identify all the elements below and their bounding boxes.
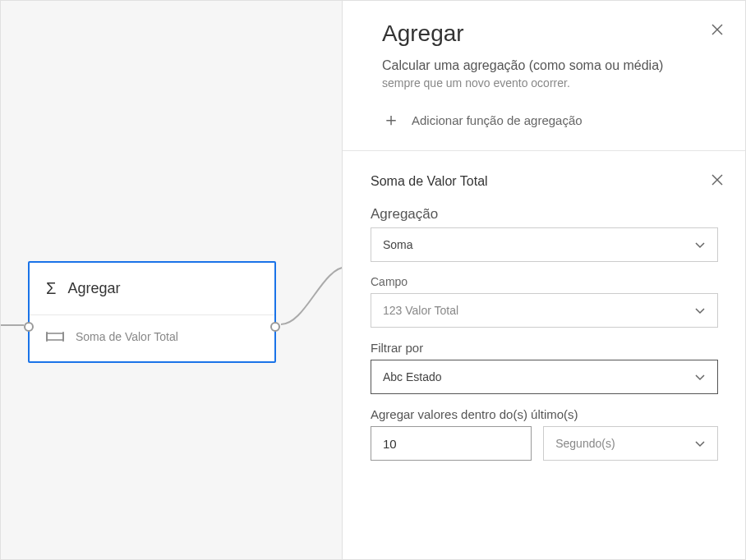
chevron-down-icon <box>694 239 706 250</box>
properties-panel: Agregar Calcular uma agregação (como som… <box>342 1 746 559</box>
node-port-input[interactable] <box>24 322 34 332</box>
aggregation-section-title: Soma de Valor Total <box>371 174 488 189</box>
chevron-down-icon <box>694 438 706 449</box>
chevron-down-icon <box>694 371 706 383</box>
panel-subdescription: sempre que um novo evento ocorrer. <box>343 75 746 90</box>
canvas-area: Σ Agregar Soma de Valor Total <box>1 1 342 559</box>
field-select[interactable]: 123 Valor Total <box>371 293 718 328</box>
node-port-output[interactable] <box>270 322 280 332</box>
aggregate-node[interactable]: Σ Agregar Soma de Valor Total <box>28 261 276 363</box>
time-window-group: Agregar valores dentro do(s) último(s) S… <box>343 407 746 474</box>
time-unit-value: Segundo(s) <box>555 437 615 450</box>
node-body: Soma de Valor Total <box>30 315 274 361</box>
output-icon <box>46 331 64 342</box>
add-function-label: Adicionar função de agregação <box>412 113 583 127</box>
node-header: Σ Agregar <box>30 263 274 315</box>
close-icon <box>711 24 723 35</box>
time-row: Segundo(s) <box>371 426 718 461</box>
filter-group: Filtrar por Abc Estado <box>343 341 746 407</box>
close-icon <box>711 174 723 186</box>
add-aggregation-function-button[interactable]: ＋ Adicionar função de agregação <box>343 90 746 151</box>
filter-select-value: Abc Estado <box>383 370 442 383</box>
field-label: Campo <box>371 275 718 288</box>
close-panel-button[interactable] <box>708 21 726 41</box>
edge-connector-right <box>281 264 347 328</box>
time-value-input[interactable] <box>371 426 532 461</box>
field-select-value: 123 Valor Total <box>383 304 458 317</box>
remove-aggregation-button[interactable] <box>708 171 726 191</box>
node-title: Agregar <box>67 280 120 297</box>
aggregation-select-value: Soma <box>383 238 413 251</box>
time-label: Agregar valores dentro do(s) último(s) <box>371 407 718 421</box>
svg-rect-0 <box>47 333 63 340</box>
filter-select[interactable]: Abc Estado <box>371 360 718 394</box>
chevron-down-icon <box>694 305 706 316</box>
aggregation-field-group: Agregação Soma <box>343 206 746 275</box>
panel-title: Agregar <box>382 21 464 47</box>
panel-header: Agregar <box>343 21 746 57</box>
panel-description: Calcular uma agregação (como soma ou méd… <box>343 57 746 75</box>
field-group: Campo 123 Valor Total <box>343 275 746 341</box>
plus-icon: ＋ <box>382 108 400 132</box>
aggregation-label: Agregação <box>371 206 718 223</box>
time-unit-select[interactable]: Segundo(s) <box>543 426 718 461</box>
aggregation-select[interactable]: Soma <box>371 227 718 262</box>
edge-connector-left <box>1 324 24 326</box>
filter-label: Filtrar por <box>371 341 718 355</box>
sigma-icon: Σ <box>46 279 56 298</box>
aggregation-section-header: Soma de Valor Total <box>343 151 746 206</box>
node-output-label: Soma de Valor Total <box>76 330 178 343</box>
